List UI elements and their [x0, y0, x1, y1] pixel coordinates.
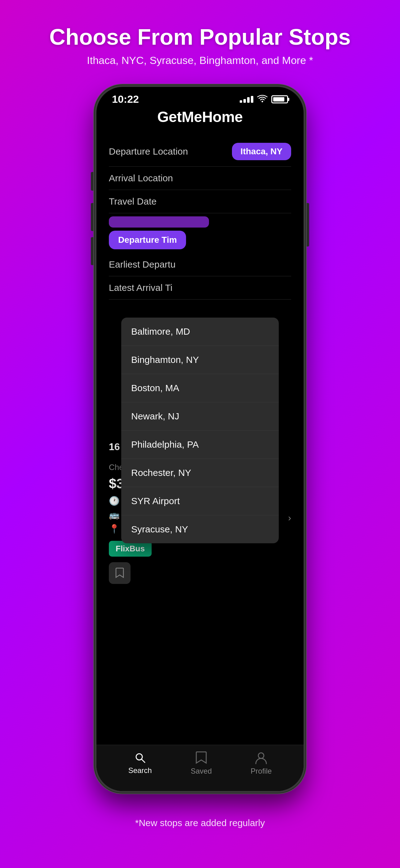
status-bar: 10:22 — [96, 87, 304, 108]
nav-profile[interactable]: Profile — [251, 751, 272, 775]
earliest-departure-label: Earliest Departu — [109, 259, 175, 270]
phone-frame: 10:22 — [95, 85, 305, 793]
nav-saved[interactable]: Saved — [191, 751, 212, 775]
nav-search[interactable]: Search — [128, 752, 152, 775]
bus-icon: 🚌 — [109, 510, 120, 520]
pin-icon: 📍 — [109, 524, 120, 534]
mute-button — [91, 172, 93, 191]
app-title: GetMeHome — [109, 108, 291, 125]
battery-icon — [271, 95, 288, 103]
travel-date-row[interactable]: Travel Date — [109, 190, 291, 213]
dropdown-item[interactable]: Philadelphia, PA — [121, 431, 279, 459]
profile-icon — [255, 751, 267, 764]
dropdown-item[interactable]: Boston, MA — [121, 374, 279, 402]
bottom-navigation: Search Saved Profile — [96, 745, 304, 791]
status-time: 10:22 — [112, 93, 139, 105]
dropdown-item[interactable]: Newark, NJ — [121, 402, 279, 431]
svg-line-2 — [141, 759, 145, 763]
dropdown-item[interactable]: Baltimore, MD — [121, 318, 279, 346]
dropdown-item[interactable]: Syracuse, NY — [121, 515, 279, 543]
nav-search-label: Search — [128, 766, 152, 775]
search-icon — [134, 752, 146, 764]
latest-arrival-row[interactable]: Latest Arrival Ti — [109, 276, 291, 300]
nav-profile-label: Profile — [251, 767, 272, 775]
power-button — [307, 203, 309, 247]
dropdown-item[interactable]: Binghamton, NY — [121, 346, 279, 374]
wifi-icon — [257, 95, 268, 104]
earliest-departure-row[interactable]: Earliest Departu — [109, 253, 291, 276]
location-dropdown[interactable]: Baltimore, MD Binghamton, NY Boston, MA … — [121, 318, 279, 543]
bookmark-button[interactable] — [109, 562, 131, 584]
nav-saved-label: Saved — [191, 767, 212, 775]
departure-time-pill[interactable]: Departure Tim — [109, 231, 186, 249]
departure-location-label: Departure Location — [109, 146, 188, 157]
dropdown-item[interactable]: SYR Airport — [121, 487, 279, 515]
signal-icon — [240, 96, 253, 103]
departure-location-value[interactable]: Ithaca, NY — [232, 143, 291, 160]
header-section: Choose From Popular Stops Ithaca, NYC, S… — [49, 25, 351, 66]
page-subtitle: Ithaca, NYC, Syracuse, Binghamton, and M… — [49, 54, 351, 66]
chevron-right-icon: › — [288, 513, 291, 523]
app-content: GetMeHome Departure Location Ithaca, NY … — [96, 108, 304, 584]
dropdown-item[interactable]: Rochester, NY — [121, 459, 279, 487]
clock-icon: 🕐 — [109, 496, 120, 506]
phone-screen: 10:22 — [96, 87, 304, 791]
svg-point-0 — [262, 101, 263, 102]
status-icons — [240, 95, 288, 104]
footnote: *New stops are added regularly — [135, 818, 265, 828]
svg-point-3 — [258, 753, 264, 758]
departure-location-row[interactable]: Departure Location Ithaca, NY — [109, 136, 291, 167]
travel-date-label: Travel Date — [109, 196, 157, 207]
phone-mockup: 10:22 — [95, 85, 305, 805]
page-title: Choose From Popular Stops — [49, 25, 351, 49]
latest-arrival-label: Latest Arrival Ti — [109, 282, 172, 293]
arrival-location-row[interactable]: Arrival Location — [109, 167, 291, 190]
volume-up-button — [91, 203, 93, 231]
date-input[interactable] — [109, 216, 209, 227]
saved-icon — [196, 751, 207, 764]
arrival-location-label: Arrival Location — [109, 173, 173, 183]
departure-time-section: Departure Tim Earliest Departu Latest Ar… — [109, 231, 291, 300]
volume-down-button — [91, 237, 93, 265]
